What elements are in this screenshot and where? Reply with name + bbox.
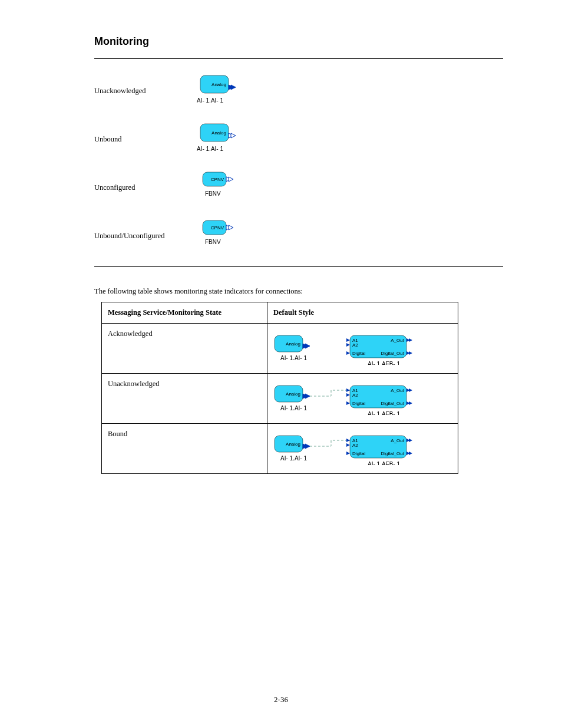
icon-row: Unbound/Unconfigured CPNV FBNV [94, 218, 503, 253]
row-state-label: Unacknowledged [102, 374, 267, 424]
svg-text:CPNV: CPNV [211, 177, 224, 182]
svg-marker-30 [346, 351, 350, 355]
fb-diagram-icon: Analog AI- 1.AI- 1 A1A2DigitalA_OutDigit… [273, 380, 421, 415]
svg-marker-47 [346, 393, 350, 397]
svg-text:Analog: Analog [211, 130, 226, 136]
svg-text:CPNV: CPNV [211, 225, 224, 230]
svg-marker-3 [231, 85, 236, 90]
icon-row: Unacknowledged Analog AI- 1.AI- 1 [94, 73, 503, 108]
svg-text:AI- 1.AI- 1: AI- 1.AI- 1 [280, 355, 307, 361]
section-divider [94, 58, 503, 59]
svg-text:AI- 1.AFB- 1: AI- 1.AFB- 1 [368, 361, 400, 365]
svg-marker-26 [346, 338, 350, 342]
svg-marker-53 [409, 388, 412, 392]
svg-marker-72 [409, 439, 412, 442]
svg-text:A_Out: A_Out [391, 388, 404, 393]
table-row: Bound Analog AI- 1.AI- 1 A1A2DigitalA_Ou… [102, 424, 458, 474]
table-header-col1: Messaging Service/Monitoring State [102, 302, 267, 324]
svg-marker-34 [409, 338, 412, 342]
row-diagram-cell: Analog AI- 1.AI- 1 A1A2DigitalA_OutDigit… [267, 424, 458, 474]
svg-text:FBNV: FBNV [205, 190, 221, 197]
svg-text:A2: A2 [352, 342, 358, 348]
svg-text:AI- 1.AI- 1: AI- 1.AI- 1 [197, 97, 223, 104]
svg-text:A2: A2 [352, 443, 358, 448]
fb-diagram-icon: Analog AI- 1.AI- 1 A1A2DigitalA_OutDigit… [273, 430, 421, 465]
fb-single-icon: CPNV FBNV [194, 218, 253, 251]
table-row: Unacknowledged Analog AI- 1.AI- 1 A1A2Di… [102, 374, 458, 424]
fb-single-icon: Analog AI- 1.AI- 1 [194, 121, 253, 154]
fb-single-icon: Analog AI- 1.AI- 1 [194, 73, 253, 106]
row-state-label: Acknowledged [102, 324, 267, 374]
svg-text:AI- 1.AFB- 1: AI- 1.AFB- 1 [368, 461, 400, 465]
svg-text:Digital_Out: Digital_Out [381, 351, 404, 356]
svg-marker-68 [346, 452, 350, 455]
svg-text:A2: A2 [352, 393, 358, 398]
svg-text:Analog: Analog [286, 391, 300, 397]
svg-text:FBNV: FBNV [205, 239, 221, 245]
svg-text:AI- 1.AI- 1: AI- 1.AI- 1 [280, 455, 307, 462]
table-header-col2: Default Style [267, 302, 458, 324]
table-row: Acknowledged Analog AI- 1.AI- 1 A1A2Digi… [102, 324, 458, 374]
icon-row-label: Unbound/Unconfigured [94, 232, 194, 241]
svg-marker-13 [229, 177, 233, 182]
svg-marker-23 [305, 344, 310, 348]
fb-single-icon: CPNV FBNV [194, 170, 253, 203]
svg-marker-42 [305, 394, 310, 398]
row-diagram-cell: Analog AI- 1.AI- 1 A1A2DigitalA_OutDigit… [267, 324, 458, 374]
svg-text:Digital_Out: Digital_Out [381, 401, 404, 406]
svg-marker-8 [231, 133, 236, 138]
svg-text:Analog: Analog [286, 341, 300, 347]
table-intro-text: The following table shows monitoring sta… [94, 287, 503, 296]
svg-text:Analog: Analog [286, 442, 300, 447]
icon-row-label: Unconfigured [94, 183, 194, 192]
svg-text:AI- 1.AI- 1: AI- 1.AI- 1 [197, 146, 223, 152]
connection-states-table: Messaging Service/Monitoring State Defau… [101, 302, 458, 474]
svg-text:Digital: Digital [352, 401, 365, 406]
svg-marker-75 [409, 452, 412, 455]
svg-marker-18 [229, 225, 233, 230]
icon-row-label: Unbound [94, 135, 194, 144]
svg-text:A_Out: A_Out [391, 338, 404, 343]
svg-marker-37 [409, 351, 412, 355]
svg-marker-66 [346, 443, 350, 447]
page-number: 2-36 [0, 695, 562, 704]
row-diagram-cell: Analog AI- 1.AI- 1 A1A2DigitalA_OutDigit… [267, 374, 458, 424]
svg-text:A_Out: A_Out [391, 438, 404, 443]
section-title: Monitoring [94, 35, 503, 48]
svg-marker-61 [305, 444, 310, 449]
svg-marker-64 [346, 439, 350, 442]
svg-text:Digital: Digital [352, 351, 365, 356]
fb-diagram-icon: Analog AI- 1.AI- 1 A1A2DigitalA_OutDigit… [273, 330, 421, 365]
icon-row: Unconfigured CPNV FBNV [94, 170, 503, 205]
bottom-divider [94, 266, 503, 267]
svg-text:AI- 1.AI- 1: AI- 1.AI- 1 [280, 405, 307, 411]
svg-text:Digital_Out: Digital_Out [381, 451, 404, 456]
svg-text:Digital: Digital [352, 451, 365, 456]
svg-marker-56 [409, 401, 412, 405]
icon-row: Unbound Analog AI- 1.AI- 1 [94, 121, 503, 157]
svg-marker-45 [346, 388, 350, 392]
icon-row-label: Unacknowledged [94, 87, 194, 95]
svg-text:AI- 1.AFB- 1: AI- 1.AFB- 1 [368, 411, 400, 415]
svg-marker-49 [346, 401, 350, 405]
svg-marker-28 [346, 343, 350, 347]
row-state-label: Bound [102, 424, 267, 474]
svg-text:Analog: Analog [211, 82, 226, 87]
